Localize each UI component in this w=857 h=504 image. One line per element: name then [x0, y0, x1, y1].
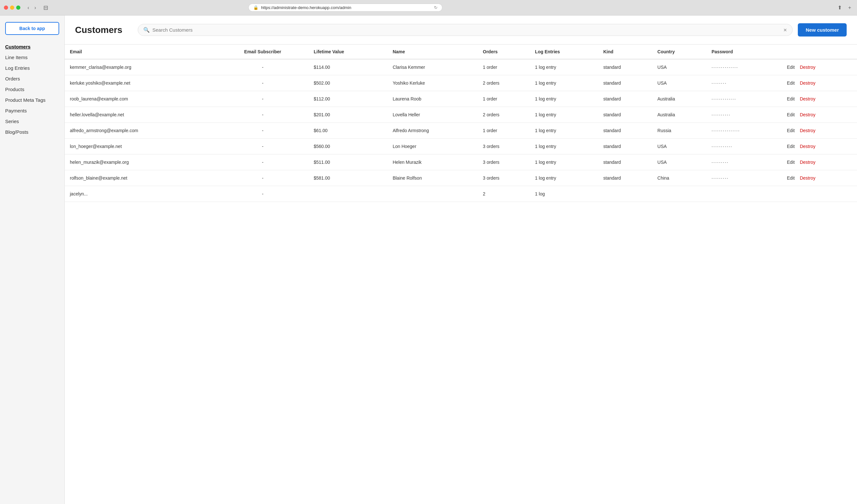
cell-actions: Edit Destroy: [782, 154, 857, 170]
cell-subscriber: -: [217, 139, 308, 154]
destroy-link[interactable]: Destroy: [800, 160, 815, 165]
edit-link[interactable]: Edit: [787, 144, 794, 149]
cell-lifetime: $560.00: [308, 139, 387, 154]
share-button[interactable]: ⬆: [836, 4, 844, 11]
cell-actions: Edit Destroy: [782, 59, 857, 75]
maximize-button[interactable]: [16, 5, 20, 10]
sidebar-link-series[interactable]: Series: [5, 117, 59, 125]
edit-link[interactable]: Edit: [787, 81, 794, 86]
sidebar-link-customers[interactable]: Customers: [5, 42, 59, 51]
cell-log: 1 log: [530, 186, 598, 202]
edit-link[interactable]: Edit: [787, 128, 794, 133]
new-customer-button[interactable]: New customer: [798, 23, 847, 36]
col-lifetime-value: Lifetime Value: [308, 45, 387, 59]
back-to-app-button[interactable]: Back to app: [5, 22, 59, 35]
cell-country: Australia: [652, 107, 706, 123]
table-row: helen_murazik@example.org - $511.00 Hele…: [65, 154, 857, 170]
cell-orders: 3 orders: [478, 139, 530, 154]
cell-name: Blaine Rolfson: [387, 170, 478, 186]
destroy-link[interactable]: Destroy: [800, 81, 815, 86]
cell-email: jacelyn...: [65, 186, 217, 202]
cell-log: 1 log entry: [530, 91, 598, 107]
cell-actions: Edit Destroy: [782, 139, 857, 154]
cell-country: Russia: [652, 123, 706, 139]
cell-country: USA: [652, 154, 706, 170]
sidebar-link-product-meta-tags[interactable]: Product Meta Tags: [5, 96, 59, 104]
cell-lifetime: $61.00: [308, 123, 387, 139]
sidebar-link-orders[interactable]: Orders: [5, 75, 59, 83]
destroy-link[interactable]: Destroy: [800, 175, 815, 180]
cell-password: ··········: [706, 107, 782, 123]
forward-nav-button[interactable]: ›: [32, 4, 38, 11]
cell-subscriber: -: [217, 107, 308, 123]
cell-actions: Edit Destroy: [782, 107, 857, 123]
destroy-link[interactable]: Destroy: [800, 112, 815, 117]
sidebar-item-payments[interactable]: Payments: [5, 107, 59, 115]
cell-lifetime: $502.00: [308, 75, 387, 91]
cell-subscriber: -: [217, 123, 308, 139]
sidebar-item-product-meta-tags[interactable]: Product Meta Tags: [5, 96, 59, 104]
cell-lifetime: $581.00: [308, 170, 387, 186]
table-row: heller.lovella@example.net - $201.00 Lov…: [65, 107, 857, 123]
sidebar-item-customers[interactable]: Customers: [5, 42, 59, 51]
col-country: Country: [652, 45, 706, 59]
table-row: roob_laurena@example.com - $112.00 Laure…: [65, 91, 857, 107]
table-header-row: Email Email Subscriber Lifetime Value Na…: [65, 45, 857, 59]
back-nav-button[interactable]: ‹: [26, 4, 31, 11]
cell-kind: standard: [598, 123, 652, 139]
clear-search-icon[interactable]: ✕: [783, 28, 787, 33]
edit-link[interactable]: Edit: [787, 65, 794, 70]
sidebar-item-log-entries[interactable]: Log Entries: [5, 64, 59, 72]
cell-orders: 3 orders: [478, 170, 530, 186]
cell-orders: 2 orders: [478, 107, 530, 123]
edit-link[interactable]: Edit: [787, 160, 794, 165]
cell-kind: standard: [598, 170, 652, 186]
edit-link[interactable]: Edit: [787, 112, 794, 117]
cell-kind: standard: [598, 154, 652, 170]
edit-link[interactable]: Edit: [787, 96, 794, 102]
browser-actions: ⬆ +: [836, 4, 853, 11]
cell-password: ···········: [706, 139, 782, 154]
sidebar-link-payments[interactable]: Payments: [5, 107, 59, 115]
cell-lifetime: $112.00: [308, 91, 387, 107]
col-name: Name: [387, 45, 478, 59]
table-header: Email Email Subscriber Lifetime Value Na…: [65, 45, 857, 59]
cell-password: ·············: [706, 91, 782, 107]
sidebar-item-products[interactable]: Products: [5, 85, 59, 93]
destroy-link[interactable]: Destroy: [800, 65, 815, 70]
sidebar-item-line-items[interactable]: Line Items: [5, 53, 59, 62]
cell-email: kemmer_clarisa@example.org: [65, 59, 217, 75]
security-icon: 🔒: [253, 5, 258, 10]
content-header: Customers 🔍 ✕ New customer: [65, 16, 857, 45]
close-button[interactable]: [4, 5, 8, 10]
cell-email: helen_murazik@example.org: [65, 154, 217, 170]
sidebar-item-series[interactable]: Series: [5, 117, 59, 125]
cell-name: Lovella Heller: [387, 107, 478, 123]
col-log-entries: Log Entries: [530, 45, 598, 59]
cell-orders: 2: [478, 186, 530, 202]
destroy-link[interactable]: Destroy: [800, 128, 815, 133]
destroy-link[interactable]: Destroy: [800, 144, 815, 149]
table-row: kerluke.yoshiko@example.net - $502.00 Yo…: [65, 75, 857, 91]
sidebar-link-log-entries[interactable]: Log Entries: [5, 64, 59, 72]
minimize-button[interactable]: [10, 5, 14, 10]
table-row: rolfson_blaine@example.net - $581.00 Bla…: [65, 170, 857, 186]
url-text: https://administrate-demo.herokuapp.com/…: [261, 5, 351, 10]
reload-icon[interactable]: ↻: [434, 5, 438, 10]
sidebar-link-blog-posts[interactable]: Blog/Posts: [5, 128, 59, 136]
cell-email: roob_laurena@example.com: [65, 91, 217, 107]
cell-subscriber: -: [217, 154, 308, 170]
sidebar-item-orders[interactable]: Orders: [5, 75, 59, 83]
table-body: kemmer_clarisa@example.org - $114.00 Cla…: [65, 59, 857, 202]
destroy-link[interactable]: Destroy: [800, 96, 815, 102]
cell-country: Australia: [652, 91, 706, 107]
edit-link[interactable]: Edit: [787, 175, 794, 180]
sidebar-item-blog-posts[interactable]: Blog/Posts: [5, 128, 59, 136]
sidebar-link-line-items[interactable]: Line Items: [5, 53, 59, 62]
sidebar-link-products[interactable]: Products: [5, 85, 59, 93]
cell-log: 1 log entry: [530, 59, 598, 75]
add-tab-button[interactable]: +: [846, 4, 853, 11]
sidebar-toggle-button[interactable]: ⊟: [41, 3, 51, 12]
search-input[interactable]: [152, 27, 781, 33]
sidebar: Back to app Customers Line Items Log Ent…: [0, 16, 65, 504]
